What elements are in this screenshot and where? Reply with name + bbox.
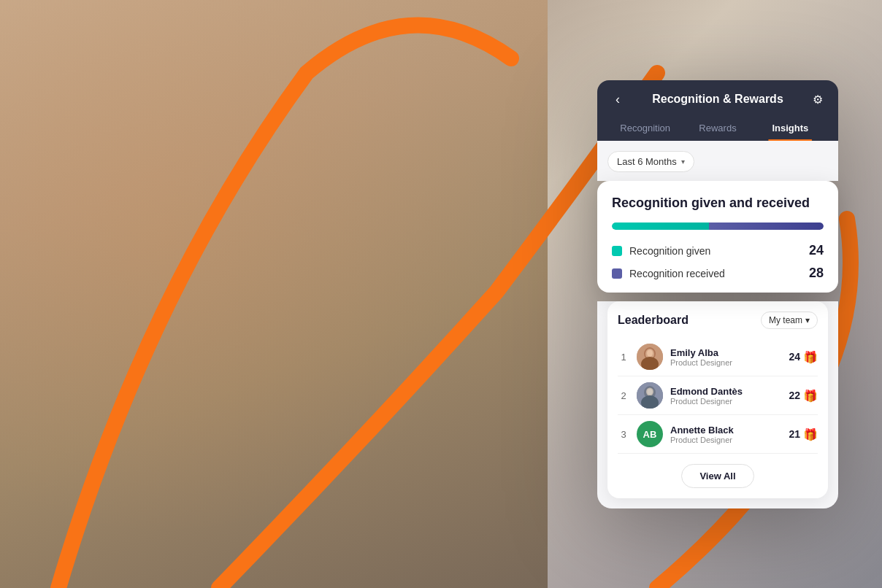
phone-title: Recognition & Rewards — [626, 93, 809, 106]
person-name-annette: Annette Black — [670, 425, 781, 436]
tab-insights[interactable]: Insights — [754, 117, 827, 141]
leaderboard-score-1: 24 🎁 — [789, 350, 818, 364]
leaderboard-row: 1 Emily Alba Product Designer — [618, 338, 818, 376]
person-background — [0, 0, 548, 588]
given-value: 24 — [809, 243, 824, 258]
person-info-emily: Emily Alba Product Designer — [670, 347, 781, 367]
progress-bar — [612, 223, 824, 230]
leaderboard-row: 2 Edmond Dantès Product Designer 22 — [618, 376, 818, 415]
leaderboard-row: 3 AB Annette Black Product Designer 21 🎁 — [618, 415, 818, 454]
svg-point-10 — [648, 389, 653, 395]
person-role-annette: Product Designer — [670, 436, 781, 444]
progress-given-segment — [612, 223, 709, 230]
tab-recognition[interactable]: Recognition — [609, 117, 681, 141]
phone-tabs: Recognition Rewards Insights — [609, 117, 827, 141]
leaderboard-section-bg: Leaderboard My team ▾ 1 — [597, 301, 838, 508]
leaderboard-filter-label: My team — [769, 315, 802, 325]
leaderboard-header: Leaderboard My team ▾ — [618, 312, 818, 329]
leaderboard-filter-dropdown[interactable]: My team ▾ — [761, 312, 818, 329]
recognition-stats: Recognition given 24 Recognition receive… — [612, 243, 824, 281]
recognition-card-title: Recognition given and received — [612, 196, 824, 211]
phone-header: ‹ Recognition & Rewards ⚙ Recognition Re… — [597, 80, 838, 141]
time-filter-dropdown[interactable]: Last 6 Months ▾ — [607, 151, 694, 172]
score-value-1: 24 — [789, 351, 800, 363]
tab-rewards[interactable]: Rewards — [681, 117, 753, 141]
phone-ui-container: ‹ Recognition & Rewards ⚙ Recognition Re… — [597, 80, 838, 508]
received-color-dot — [612, 268, 622, 279]
chevron-down-icon: ▾ — [805, 315, 810, 325]
rank-3: 3 — [618, 429, 629, 440]
gift-icon-1: 🎁 — [803, 350, 818, 364]
leaderboard-score-3: 21 🎁 — [789, 428, 818, 441]
person-name-emily: Emily Alba — [670, 347, 781, 358]
leaderboard-score-2: 22 🎁 — [789, 389, 818, 403]
score-value-2: 22 — [789, 390, 800, 401]
phone-body: Last 6 Months ▾ — [597, 141, 838, 181]
chevron-down-icon: ▾ — [681, 158, 685, 166]
rank-2: 2 — [618, 390, 629, 401]
received-value: 28 — [809, 266, 824, 281]
avatar-emily — [637, 344, 663, 370]
rank-1: 1 — [618, 352, 629, 363]
stat-row-received: Recognition received 28 — [612, 266, 824, 281]
view-all-button[interactable]: View All — [681, 464, 753, 488]
person-name-edmond: Edmond Dantès — [670, 386, 781, 397]
avatar-annette: AB — [637, 421, 663, 447]
person-role-edmond: Product Designer — [670, 397, 781, 406]
avatar-initials-annette: AB — [643, 429, 657, 440]
stat-row-given: Recognition given 24 — [612, 243, 824, 258]
avatar-edmond — [637, 382, 663, 409]
back-button[interactable]: ‹ — [609, 90, 626, 108]
leaderboard-title: Leaderboard — [618, 314, 689, 327]
gear-icon[interactable]: ⚙ — [809, 90, 827, 108]
score-value-3: 21 — [789, 428, 800, 440]
svg-point-5 — [648, 351, 652, 357]
person-info-edmond: Edmond Dantès Product Designer — [670, 386, 781, 406]
time-filter-label: Last 6 Months — [617, 156, 677, 167]
leaderboard-card: Leaderboard My team ▾ 1 — [607, 301, 828, 498]
recognition-card: Recognition given and received Recogniti… — [597, 181, 838, 293]
progress-received-segment — [709, 223, 824, 230]
person-role-emily: Product Designer — [670, 358, 781, 367]
gift-icon-2: 🎁 — [803, 389, 818, 403]
phone-nav-top: ‹ Recognition & Rewards ⚙ — [609, 90, 827, 108]
person-info-annette: Annette Black Product Designer — [670, 425, 781, 444]
received-label: Recognition received — [629, 268, 725, 279]
given-label: Recognition given — [629, 245, 710, 257]
gift-icon-3: 🎁 — [803, 428, 818, 441]
given-color-dot — [612, 246, 622, 256]
